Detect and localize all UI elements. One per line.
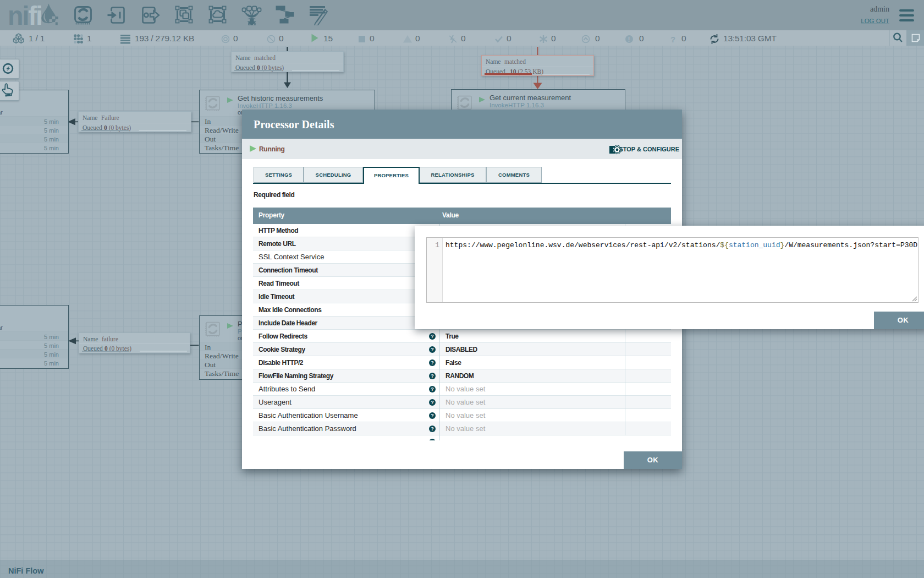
svg-text:?: ? <box>670 35 675 44</box>
svg-text:!: ! <box>628 36 630 43</box>
